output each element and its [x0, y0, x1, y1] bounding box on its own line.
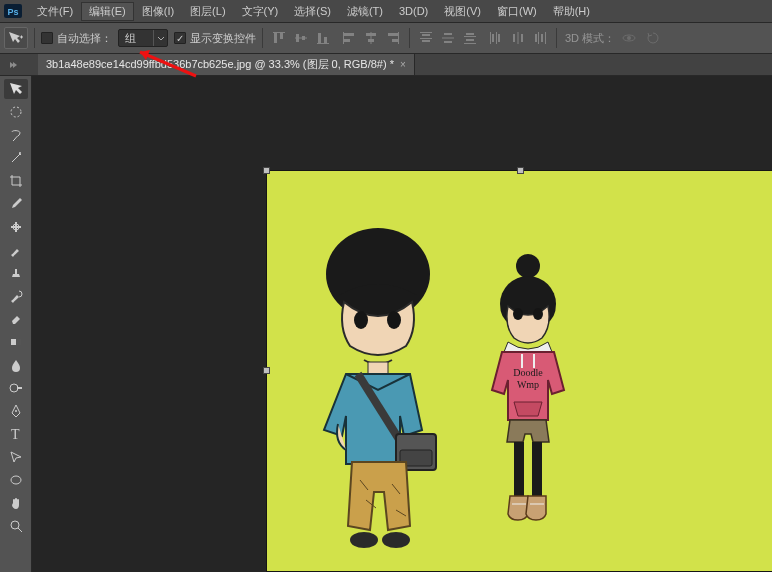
eyedropper-tool[interactable]	[4, 194, 28, 214]
type-tool[interactable]: T	[4, 424, 28, 444]
marquee-tool[interactable]	[4, 102, 28, 122]
align-hcenter-icon[interactable]	[361, 29, 381, 47]
align-bottom-icon[interactable]	[313, 29, 333, 47]
history-brush-tool[interactable]	[4, 286, 28, 306]
zoom-tool[interactable]	[4, 516, 28, 536]
menu-help[interactable]: 帮助(H)	[545, 2, 598, 21]
svg-rect-67	[514, 442, 524, 498]
svg-rect-36	[518, 32, 519, 44]
align-left-icon[interactable]	[339, 29, 359, 47]
svg-rect-20	[420, 32, 432, 33]
collapse-panel-icon[interactable]	[6, 56, 20, 74]
document-tab[interactable]: 3b1a48e89ce14cd99ffbd536b7cb625e.jpg @ 3…	[38, 54, 415, 75]
menu-window[interactable]: 窗口(W)	[489, 2, 545, 21]
svg-point-56	[326, 228, 430, 320]
svg-rect-41	[545, 32, 546, 44]
3d-mode-label: 3D 模式：	[565, 31, 615, 46]
canvas-figure-girl: Doodle Wmp	[484, 252, 572, 552]
menu-select[interactable]: 选择(S)	[286, 2, 339, 21]
svg-rect-13	[343, 32, 344, 44]
svg-text:T: T	[11, 427, 20, 442]
svg-rect-49	[11, 339, 16, 345]
menu-edit[interactable]: 编辑(E)	[81, 2, 134, 21]
menu-view[interactable]: 视图(V)	[436, 2, 489, 21]
distribute-vcenter-icon[interactable]	[438, 29, 458, 47]
close-tab-icon[interactable]: ×	[400, 59, 406, 70]
auto-select-dropdown[interactable]: 组	[118, 29, 168, 47]
menubar: Ps 文件(F) 编辑(E) 图像(I) 图层(L) 文字(Y) 选择(S) 滤…	[0, 0, 772, 22]
distribute-top-icon[interactable]	[416, 29, 436, 47]
align-top-icon[interactable]	[269, 29, 289, 47]
distribute-hcenter-icon[interactable]	[508, 29, 528, 47]
shape-tool[interactable]	[4, 470, 28, 490]
svg-rect-31	[490, 32, 491, 44]
menu-image[interactable]: 图像(I)	[134, 2, 182, 21]
transform-handle-ml[interactable]	[263, 367, 270, 374]
menu-file[interactable]: 文件(F)	[29, 2, 81, 21]
auto-select-option[interactable]: 自动选择：	[41, 31, 112, 46]
align-vcenter-icon[interactable]	[291, 29, 311, 47]
transform-handle-tl[interactable]	[263, 167, 270, 174]
clone-stamp-tool[interactable]	[4, 263, 28, 283]
tools-panel: T	[0, 76, 32, 572]
path-selection-tool[interactable]	[4, 447, 28, 467]
menu-type[interactable]: 文字(Y)	[234, 2, 287, 21]
distribute-right-icon[interactable]	[530, 29, 550, 47]
document-tab-strip: 3b1a48e89ce14cd99ffbd536b7cb625e.jpg @ 3…	[0, 54, 772, 76]
svg-point-52	[15, 410, 17, 412]
distribute-bottom-icon[interactable]	[460, 29, 480, 47]
svg-rect-8	[318, 33, 321, 43]
eraser-tool[interactable]	[4, 309, 28, 329]
hoodie-text-2: Wmp	[517, 379, 539, 390]
svg-rect-18	[392, 39, 398, 42]
gradient-tool[interactable]	[4, 332, 28, 352]
svg-text:Ps: Ps	[7, 7, 18, 17]
healing-brush-tool[interactable]	[4, 217, 28, 237]
svg-rect-23	[422, 40, 430, 42]
dodge-tool[interactable]	[4, 378, 28, 398]
move-tool[interactable]	[4, 79, 28, 99]
svg-point-62	[350, 532, 378, 548]
3d-rotate-icon[interactable]	[643, 29, 663, 47]
svg-rect-32	[492, 34, 494, 42]
3d-orbit-icon[interactable]	[619, 29, 639, 47]
blur-tool[interactable]	[4, 355, 28, 375]
active-tool-indicator[interactable]	[4, 27, 28, 49]
menu-layer[interactable]: 图层(L)	[182, 2, 233, 21]
hand-tool[interactable]	[4, 493, 28, 513]
menu-filter[interactable]: 滤镜(T)	[339, 2, 391, 21]
auto-select-checkbox[interactable]	[41, 32, 53, 44]
transform-handle-tc[interactable]	[517, 167, 524, 174]
brush-tool[interactable]	[4, 240, 28, 260]
svg-rect-7	[295, 38, 307, 39]
svg-rect-30	[464, 43, 476, 44]
magic-wand-tool[interactable]	[4, 148, 28, 168]
align-right-icon[interactable]	[383, 29, 403, 47]
svg-point-54	[11, 476, 21, 484]
svg-rect-24	[444, 33, 452, 35]
svg-rect-19	[398, 32, 399, 44]
crop-tool[interactable]	[4, 171, 28, 191]
lasso-tool[interactable]	[4, 125, 28, 145]
options-bar: 自动选择： 组 显示变换控件 3D 模式：	[0, 22, 772, 54]
svg-rect-51	[17, 387, 22, 389]
align-group-1	[269, 29, 333, 47]
svg-rect-39	[538, 32, 539, 44]
svg-point-50	[10, 384, 18, 392]
svg-rect-37	[521, 34, 523, 42]
show-transform-controls-option[interactable]: 显示变换控件	[174, 31, 256, 46]
divider	[409, 28, 410, 48]
svg-rect-17	[388, 33, 398, 36]
svg-rect-28	[464, 36, 476, 37]
svg-rect-21	[422, 34, 430, 36]
pen-tool[interactable]	[4, 401, 28, 421]
divider	[34, 28, 35, 48]
svg-point-66	[533, 308, 543, 320]
show-transform-controls-checkbox[interactable]	[174, 32, 186, 44]
svg-rect-35	[513, 34, 515, 42]
svg-point-63	[382, 532, 410, 548]
distribute-left-icon[interactable]	[486, 29, 506, 47]
menu-3d[interactable]: 3D(D)	[391, 3, 436, 19]
auto-select-label: 自动选择：	[57, 31, 112, 46]
canvas-figure-boy	[308, 224, 454, 564]
